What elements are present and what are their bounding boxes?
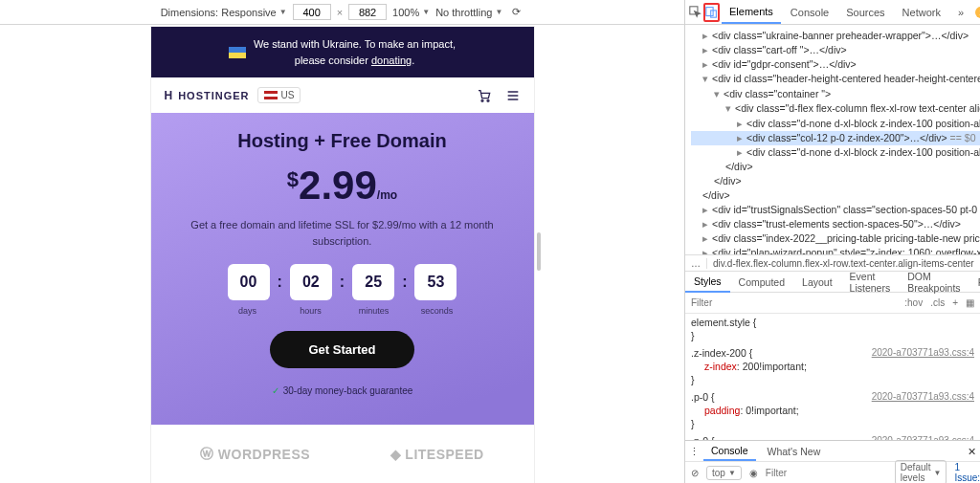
cd-days: 00 (228, 264, 270, 300)
tab-console[interactable]: Console (783, 2, 836, 23)
guarantee-text: ✓30-day money-back guarantee (170, 385, 515, 396)
site-header: HHOSTINGER US (151, 77, 534, 113)
cls-toggle[interactable]: .cls (930, 297, 945, 308)
ukraine-text-1: We stand with Ukraine. To make an impact… (254, 38, 456, 50)
hero-subtext: Get a free domain and lifetime SSL for $… (170, 217, 515, 249)
styles-filter-input[interactable] (691, 297, 897, 308)
device-frame: We stand with Ukraine. To make an impact… (151, 27, 534, 483)
stab-properties[interactable]: Properties (969, 273, 980, 292)
hero-section: Hosting + Free Domain $2.99/mo Get a fre… (151, 113, 534, 425)
rotate-icon[interactable]: ⟳ (508, 5, 523, 20)
get-started-button[interactable]: Get Started (270, 331, 413, 368)
language-selector[interactable]: US (257, 87, 301, 103)
box-model-icon[interactable]: ▦ (966, 297, 974, 308)
width-input[interactable] (293, 4, 331, 20)
viewport: We stand with Ukraine. To make an impact… (0, 25, 684, 483)
height-input[interactable] (348, 4, 387, 20)
ukraine-text-2: please consider (295, 55, 371, 66)
levels-select[interactable]: Default levels▼ (895, 460, 947, 483)
litespeed-icon: ◆ (390, 447, 402, 462)
tab-elements[interactable]: Elements (722, 1, 781, 24)
countdown: 00: 02: 25: 53 (170, 264, 515, 300)
zoom-select[interactable]: 100%▼ (392, 7, 430, 18)
cart-icon[interactable] (477, 88, 492, 103)
device-toolbar: Dimensions: Responsive▼ × 100%▼ No throt… (0, 0, 684, 25)
countdown-labels: days hours minutes seconds (170, 306, 515, 316)
join-heading: Join Thousands ofSatisfied Website Owner… (151, 471, 534, 483)
tab-network[interactable]: Network (895, 2, 948, 23)
logo[interactable]: HHOSTINGER (165, 89, 250, 102)
clear-console-icon[interactable]: ⊘ (691, 468, 699, 478)
drawer-menu-icon[interactable]: ⋮ (689, 446, 700, 457)
device-scrollbar[interactable] (537, 232, 541, 271)
drawer-tab-console[interactable]: Console (703, 442, 756, 461)
wordpress-logo: ⓦWORDPRESS (200, 446, 310, 463)
cd-hours: 02 (290, 264, 332, 300)
device-toggle-icon[interactable] (703, 3, 720, 22)
styles-filter-row: :hov .cls + ▦ (685, 293, 980, 314)
stab-layout[interactable]: Layout (793, 273, 841, 292)
donating-link[interactable]: donating (371, 55, 412, 66)
hero-price: $2.99/mo (170, 165, 515, 206)
dom-tree[interactable]: ▸<div class="ukraine-banner preheader-wr… (685, 25, 980, 254)
drawer-tab-whatsnew[interactable]: What's New (760, 443, 829, 460)
console-drawer: ⋮ Console What's New ✕ ⊘ top▼ ◉ Default … (685, 440, 980, 483)
wordpress-icon: ⓦ (200, 446, 214, 463)
issues-link[interactable]: 1 Issue:1 (954, 462, 980, 483)
new-rule-icon[interactable]: + (952, 297, 958, 308)
context-select[interactable]: top▼ (706, 466, 742, 480)
devtools-tabs: Elements Console Sources Network » 1 ⚙ ⋮… (685, 0, 980, 25)
stab-styles[interactable]: Styles (685, 272, 730, 293)
partners-row: ⓦWORDPRESS ◆LITESPEED (151, 425, 534, 471)
svg-point-0 (481, 99, 483, 101)
ukraine-flag-icon (229, 47, 246, 58)
stab-computed[interactable]: Computed (730, 273, 793, 292)
console-filter-input[interactable] (766, 468, 887, 478)
ukraine-banner: We stand with Ukraine. To make an impact… (151, 27, 534, 77)
logo-mark-icon: H (165, 89, 174, 102)
eye-icon[interactable]: ◉ (749, 468, 758, 478)
tab-sources[interactable]: Sources (838, 2, 892, 23)
device-preview-pane: Dimensions: Responsive▼ × 100%▼ No throt… (0, 0, 685, 483)
cd-seconds: 53 (414, 264, 457, 300)
dimension-x: × (337, 7, 343, 18)
svg-rect-3 (706, 8, 713, 16)
warnings-badge[interactable]: 1 (975, 7, 980, 18)
styles-body[interactable]: element.style {} .z-index-200 {2020-a703… (685, 314, 980, 440)
tab-overflow[interactable]: » (950, 2, 971, 23)
hero-title: Hosting + Free Domain (170, 130, 515, 152)
menu-icon[interactable] (505, 88, 521, 103)
inspect-icon[interactable] (689, 3, 702, 22)
cd-minutes: 25 (352, 264, 394, 300)
hov-toggle[interactable]: :hov (904, 297, 923, 308)
selected-dom-node[interactable]: ▸<div class="col-12 p-0 z-index-200">…</… (691, 131, 980, 145)
devtools-pane: Elements Console Sources Network » 1 ⚙ ⋮… (685, 0, 980, 483)
drawer-close-icon[interactable]: ✕ (968, 446, 976, 457)
us-flag-icon (264, 91, 278, 99)
litespeed-logo: ◆LITESPEED (390, 447, 484, 462)
throttle-select[interactable]: No throttling▼ (435, 7, 502, 18)
styles-tabs: Styles Computed Layout Event Listeners D… (685, 272, 980, 293)
dimensions-select[interactable]: Dimensions: Responsive▼ (161, 7, 287, 18)
svg-point-1 (487, 99, 489, 101)
